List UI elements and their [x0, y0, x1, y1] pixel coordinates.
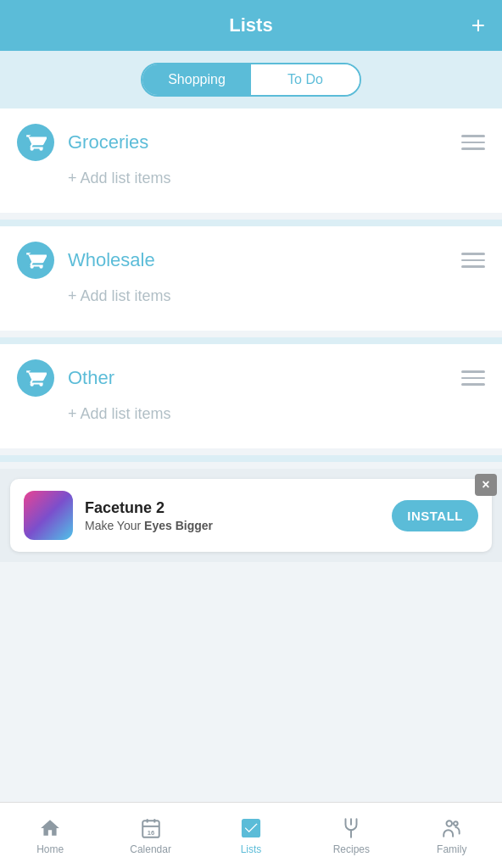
family-icon — [440, 816, 464, 840]
svg-point-8 — [454, 821, 458, 826]
svg-point-7 — [446, 821, 452, 826]
list-card-left-other: Other — [17, 359, 114, 397]
tab-lists[interactable]: Lists — [221, 816, 281, 855]
calendar-icon: 16 — [139, 816, 163, 840]
cart-icon — [25, 131, 47, 153]
add-items-groceries[interactable]: + Add list items — [68, 170, 485, 187]
section-divider-1 — [0, 220, 502, 226]
tab-recipes-label: Recipes — [333, 843, 370, 855]
list-name-other: Other — [68, 367, 114, 389]
cart-icon-wholesale — [25, 249, 47, 271]
add-items-wholesale[interactable]: + Add list items — [68, 287, 485, 305]
list-card-left-wholesale: Wholesale — [17, 242, 155, 279]
tab-bar: Home 16 Calendar Lists — [0, 802, 502, 868]
ad-tagline: Make Your Eyes Bigger — [85, 519, 380, 532]
add-list-button[interactable]: + — [471, 14, 485, 37]
list-card-wholesale: Wholesale + Add list items — [0, 226, 502, 331]
recipes-icon — [339, 816, 363, 840]
lists-icon — [239, 816, 263, 840]
app-header: Lists + — [0, 0, 502, 51]
list-menu-other[interactable] — [461, 370, 485, 386]
section-divider-2 — [0, 337, 502, 344]
ad-banner: Facetune 2 Make Your Eyes Bigger INSTALL — [10, 479, 492, 552]
ad-app-icon — [24, 491, 73, 540]
page-title: Lists — [229, 14, 272, 36]
list-icon-groceries — [17, 124, 54, 161]
add-items-other[interactable]: + Add list items — [68, 405, 485, 423]
list-menu-wholesale[interactable] — [461, 253, 485, 268]
tab-family[interactable]: Family — [422, 816, 482, 855]
list-card-header-wholesale: Wholesale — [17, 242, 485, 279]
tab-recipes[interactable]: Recipes — [321, 816, 381, 855]
cart-icon-other — [25, 367, 47, 389]
segmented-control: Shopping To Do — [141, 63, 361, 97]
list-card-left: Groceries — [17, 124, 148, 161]
tab-family-label: Family — [437, 843, 466, 855]
list-icon-wholesale — [17, 242, 54, 279]
segment-shopping[interactable]: Shopping — [142, 64, 251, 95]
tab-lists-label: Lists — [241, 843, 262, 855]
tab-calendar-label: Calendar — [130, 843, 171, 855]
ad-close-button[interactable]: × — [475, 474, 497, 496]
home-icon — [38, 816, 62, 840]
list-card-header: Groceries — [17, 124, 485, 161]
ad-text: Facetune 2 Make Your Eyes Bigger — [85, 499, 380, 532]
list-card-groceries: Groceries + Add list items — [0, 108, 502, 213]
tab-calendar[interactable]: 16 Calendar — [121, 816, 181, 855]
section-divider-3 — [0, 455, 502, 462]
tab-home-label: Home — [36, 843, 64, 855]
svg-text:16: 16 — [147, 828, 153, 836]
main-content: Groceries + Add list items Wholesale — [0, 108, 502, 638]
list-menu-groceries[interactable] — [461, 135, 485, 150]
ad-container: × Facetune 2 Make Your Eyes Bigger INSTA… — [0, 469, 502, 562]
segment-todo[interactable]: To Do — [251, 64, 360, 95]
list-name-groceries: Groceries — [68, 131, 148, 153]
ad-app-name: Facetune 2 — [85, 499, 380, 517]
list-card-header-other: Other — [17, 359, 485, 397]
tab-home[interactable]: Home — [20, 816, 80, 855]
list-card-other: Other + Add list items — [0, 344, 502, 448]
list-icon-other — [17, 359, 54, 397]
ad-install-button[interactable]: INSTALL — [392, 500, 478, 531]
segment-bar: Shopping To Do — [0, 51, 502, 108]
list-name-wholesale: Wholesale — [68, 249, 155, 271]
